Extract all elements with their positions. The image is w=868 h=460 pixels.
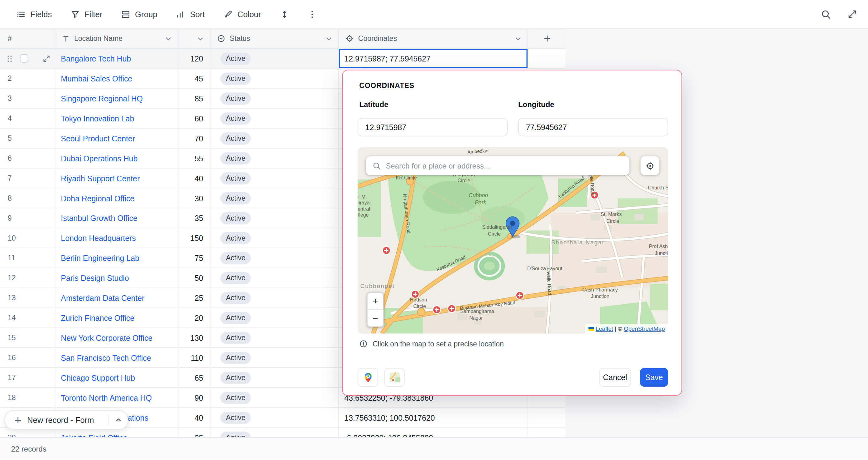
location-name-cell[interactable]: Seoul Product Center: [56, 128, 178, 148]
leaflet-link[interactable]: Leaflet: [595, 325, 613, 332]
locate-me-button[interactable]: [641, 156, 659, 175]
row-index-cell[interactable]: 11: [0, 248, 56, 267]
status-cell[interactable]: Active: [211, 248, 339, 267]
count-cell[interactable]: 40: [178, 408, 211, 427]
row-index-cell[interactable]: 15: [0, 328, 56, 347]
location-name-cell[interactable]: Dubai Operations Hub: [56, 148, 178, 168]
zoom-in-button[interactable]: +: [368, 293, 383, 310]
colour-button[interactable]: Colour: [223, 10, 261, 19]
add-column-button[interactable]: [528, 29, 565, 48]
drag-handle-icon[interactable]: [6, 54, 13, 63]
coordinates-cell[interactable]: 13.7563310; 100.5017620: [339, 408, 528, 427]
count-cell[interactable]: 75: [178, 248, 211, 267]
new-record-button[interactable]: New record - Form: [4, 410, 128, 430]
location-name-link[interactable]: Toronto North America HQ: [61, 393, 152, 402]
location-name-link[interactable]: Zurich Finance Office: [61, 313, 134, 322]
save-button[interactable]: Save: [640, 368, 668, 387]
count-cell[interactable]: 130: [178, 328, 211, 347]
location-name-link[interactable]: San Francisco Tech Office: [61, 353, 151, 362]
row-index-cell[interactable]: 7: [0, 169, 56, 188]
row-index-cell[interactable]: 3: [0, 89, 56, 108]
location-name-cell[interactable]: Paris Design Studio: [56, 268, 178, 287]
count-cell[interactable]: 150: [178, 228, 211, 248]
latitude-input[interactable]: [358, 118, 507, 136]
status-cell[interactable]: Active: [211, 128, 339, 148]
status-cell[interactable]: Active: [211, 428, 339, 437]
longitude-input[interactable]: [518, 118, 668, 136]
row-checkbox[interactable]: [20, 54, 28, 63]
cancel-button[interactable]: Cancel: [599, 368, 631, 387]
row-index-cell[interactable]: 4: [0, 109, 56, 128]
status-cell[interactable]: Active: [211, 89, 339, 108]
location-name-link[interactable]: Chicago Support Hub: [61, 373, 135, 382]
row-index-cell[interactable]: 13: [0, 288, 56, 307]
location-name-cell[interactable]: Zurich Finance Office: [56, 308, 178, 327]
row-index-cell[interactable]: 16: [0, 348, 56, 367]
search-button[interactable]: [821, 9, 831, 19]
location-name-cell[interactable]: Doha Regional Office: [56, 189, 178, 208]
location-name-cell[interactable]: Istanbul Growth Office: [56, 208, 178, 228]
location-name-link[interactable]: London Headquarters: [61, 233, 135, 242]
row-index-cell[interactable]: 9: [0, 208, 56, 228]
location-name-cell[interactable]: Tokyo Innovation Lab: [56, 109, 178, 128]
location-name-link[interactable]: Singapore Regional HQ: [61, 94, 143, 103]
row-index-cell[interactable]: 14: [0, 308, 56, 327]
location-name-link[interactable]: Riyadh Support Center: [61, 174, 140, 182]
location-name-link[interactable]: Jakarta Field Office: [61, 433, 127, 437]
row-index-cell[interactable]: 2: [0, 69, 56, 88]
status-cell[interactable]: Active: [211, 169, 339, 188]
status-cell[interactable]: Active: [211, 328, 339, 347]
new-record-options-button[interactable]: [109, 416, 128, 424]
new-record-main[interactable]: New record - Form: [5, 416, 108, 425]
row-index-cell[interactable]: [0, 49, 56, 68]
count-cell[interactable]: 50: [178, 268, 211, 287]
location-name-cell[interactable]: Toronto North America HQ: [56, 388, 178, 407]
row-height-button[interactable]: [280, 10, 289, 19]
openstreetmap-link[interactable]: OpenStreetMap: [624, 325, 665, 332]
location-name-link[interactable]: Doha Regional Office: [61, 194, 134, 203]
count-cell[interactable]: 20: [178, 308, 211, 327]
count-cell[interactable]: 25: [178, 288, 211, 307]
status-cell[interactable]: Active: [211, 69, 339, 88]
status-cell[interactable]: Active: [211, 49, 339, 68]
chevron-down-icon[interactable]: [196, 35, 204, 42]
chevron-down-icon[interactable]: [514, 35, 522, 42]
location-name-link[interactable]: Amsterdam Data Center: [61, 293, 144, 302]
count-cell[interactable]: 30: [178, 189, 211, 208]
count-cell[interactable]: 110: [178, 348, 211, 367]
count-cell[interactable]: 40: [178, 169, 211, 188]
location-name-cell[interactable]: San Francisco Tech Office: [56, 348, 178, 367]
location-name-link[interactable]: Istanbul Growth Office: [61, 213, 137, 222]
column-header-location-name[interactable]: Location Name: [56, 29, 178, 48]
coordinates-cell[interactable]: 12.9715987; 77.5945627: [339, 49, 528, 68]
open-google-maps-button[interactable]: [358, 368, 378, 387]
location-name-link[interactable]: Seoul Product Center: [61, 134, 135, 143]
status-cell[interactable]: Active: [211, 268, 339, 287]
location-name-link[interactable]: New York Corporate Office: [61, 333, 152, 342]
fields-button[interactable]: Fields: [17, 10, 52, 19]
status-cell[interactable]: Active: [211, 288, 339, 307]
row-index-cell[interactable]: 12: [0, 268, 56, 287]
map-preview-button[interactable]: [384, 368, 405, 387]
status-cell[interactable]: Active: [211, 388, 339, 407]
status-cell[interactable]: Active: [211, 208, 339, 228]
location-name-cell[interactable]: New York Corporate Office: [56, 328, 178, 347]
status-cell[interactable]: Active: [211, 368, 339, 387]
map-search-input[interactable]: [386, 162, 623, 170]
column-header-count[interactable]: [178, 29, 211, 48]
location-name-cell[interactable]: Singapore Regional HQ: [56, 89, 178, 108]
location-name-link[interactable]: Tokyo Innovation Lab: [61, 114, 134, 123]
row-index-cell[interactable]: 17: [0, 368, 56, 387]
zoom-out-button[interactable]: −: [368, 310, 383, 326]
location-name-cell[interactable]: Mumbai Sales Office: [56, 69, 178, 88]
expand-record-icon[interactable]: [43, 55, 51, 62]
status-cell[interactable]: Active: [211, 308, 339, 327]
map[interactable]: AmbedkarKR CircleRingwoodCircleCubbonPar…: [358, 147, 668, 334]
count-cell[interactable]: 45: [178, 69, 211, 88]
status-cell[interactable]: Active: [211, 109, 339, 128]
status-cell[interactable]: Active: [211, 348, 339, 367]
count-cell[interactable]: 55: [178, 148, 211, 168]
row-index-cell[interactable]: 5: [0, 128, 56, 148]
row-index-cell[interactable]: 6: [0, 148, 56, 168]
location-name-link[interactable]: Dubai Operations Hub: [61, 154, 137, 163]
